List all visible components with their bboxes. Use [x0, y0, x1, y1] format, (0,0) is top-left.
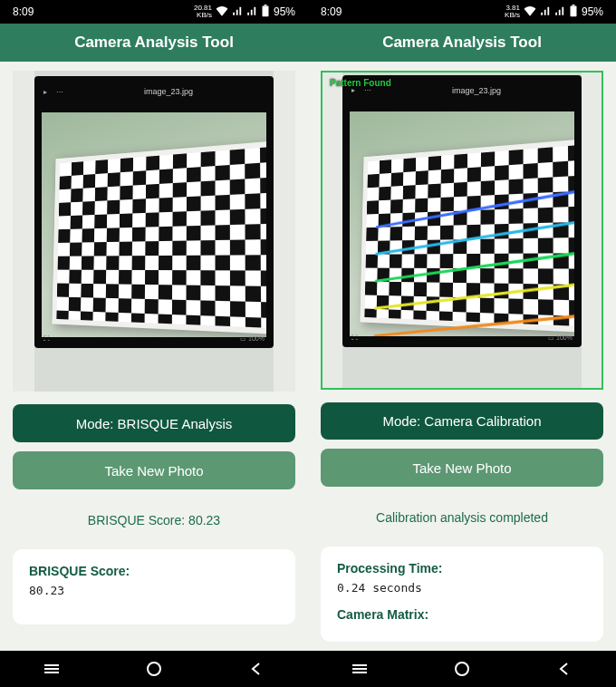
svg-rect-1 — [265, 5, 267, 5]
signal-icon-2 — [554, 5, 565, 19]
phone-calibration: 8:09 3.81 KB/s 95% Camera Analysis Tool … — [308, 0, 616, 687]
nav-back[interactable] — [553, 658, 575, 680]
content-area: Pattern Found ▸ ⋯ image_23.jpg — [308, 62, 616, 651]
battery-icon — [261, 5, 270, 20]
svg-rect-7 — [573, 5, 575, 5]
image-filename: image_23.jpg — [144, 87, 193, 96]
nav-recents[interactable] — [349, 658, 371, 680]
status-right: 20.81 KB/s 95% — [194, 5, 295, 20]
status-time: 8:09 — [321, 5, 342, 18]
android-nav-bar — [308, 651, 616, 687]
signal-icon — [540, 5, 551, 19]
svg-point-11 — [456, 663, 468, 675]
calibration-image: Pattern Found ▸ ⋯ image_23.jpg — [321, 71, 603, 390]
android-status-bar: 8:09 20.81 KB/s 95% — [0, 0, 308, 24]
result-card: Processing Time: 0.24 seconds Camera Mat… — [321, 547, 603, 642]
nav-recents[interactable] — [41, 658, 63, 680]
signal-icon-2 — [246, 5, 257, 19]
android-status-bar: 8:09 3.81 KB/s 95% — [308, 0, 616, 24]
svg-rect-0 — [262, 5, 268, 16]
nav-home[interactable] — [451, 658, 473, 680]
app-title: Camera Analysis Tool — [382, 34, 542, 52]
android-nav-bar — [0, 651, 308, 687]
processing-time-value: 0.24 seconds — [337, 581, 587, 595]
processing-time-label: Processing Time: — [337, 561, 587, 576]
more-icon: ⋯ — [56, 88, 63, 96]
app-header: Camera Analysis Tool — [308, 24, 616, 62]
analysis-status: Calibration analysis completed — [321, 510, 603, 525]
take-photo-button[interactable]: Take New Photo — [321, 449, 603, 487]
status-right: 3.81 KB/s 95% — [505, 5, 603, 20]
mode-button[interactable]: Mode: Camera Calibration — [321, 402, 603, 440]
wifi-icon — [524, 5, 536, 19]
app-header: Camera Analysis Tool — [0, 24, 308, 62]
take-photo-label: Take New Photo — [104, 463, 203, 479]
nav-home[interactable] — [143, 658, 165, 680]
status-time: 8:09 — [13, 5, 34, 18]
battery-percent: 95% — [582, 5, 603, 18]
take-photo-label: Take New Photo — [412, 460, 511, 476]
mode-button-label: Mode: BRISQUE Analysis — [76, 416, 233, 431]
mode-button[interactable]: Mode: BRISQUE Analysis — [13, 404, 295, 442]
analysis-status: BRISQUE Score: 80.23 — [13, 513, 295, 527]
take-photo-button[interactable]: Take New Photo — [13, 451, 295, 489]
content-area: ▸ ⋯ image_23.jpg ⛶▭ 100% Mode: BRISQUE A… — [0, 62, 308, 651]
network-speed: 3.81 KB/s — [505, 5, 520, 19]
mode-button-label: Mode: Camera Calibration — [382, 413, 541, 429]
network-speed: 20.81 KB/s — [194, 5, 212, 19]
result-card: BRISQUE Score: 80.23 — [13, 549, 295, 624]
camera-matrix-label: Camera Matrix: — [337, 607, 587, 622]
score-label: BRISQUE Score: — [29, 564, 279, 578]
pattern-found-label: Pattern Found — [330, 78, 391, 88]
image-filename: image_23.jpg — [452, 86, 501, 95]
svg-rect-6 — [570, 5, 576, 16]
score-value: 80.23 — [29, 584, 279, 597]
wifi-icon — [216, 5, 228, 19]
battery-icon — [569, 5, 578, 20]
play-icon: ▸ — [43, 88, 47, 96]
nav-back[interactable] — [245, 658, 267, 680]
svg-point-5 — [148, 663, 160, 675]
phone-brisque: 8:09 20.81 KB/s 95% Camera Analysis Tool… — [0, 0, 308, 687]
analysis-image: ▸ ⋯ image_23.jpg ⛶▭ 100% — [13, 71, 295, 392]
signal-icon — [232, 5, 243, 19]
app-title: Camera Analysis Tool — [74, 34, 234, 52]
battery-percent: 95% — [274, 5, 295, 18]
